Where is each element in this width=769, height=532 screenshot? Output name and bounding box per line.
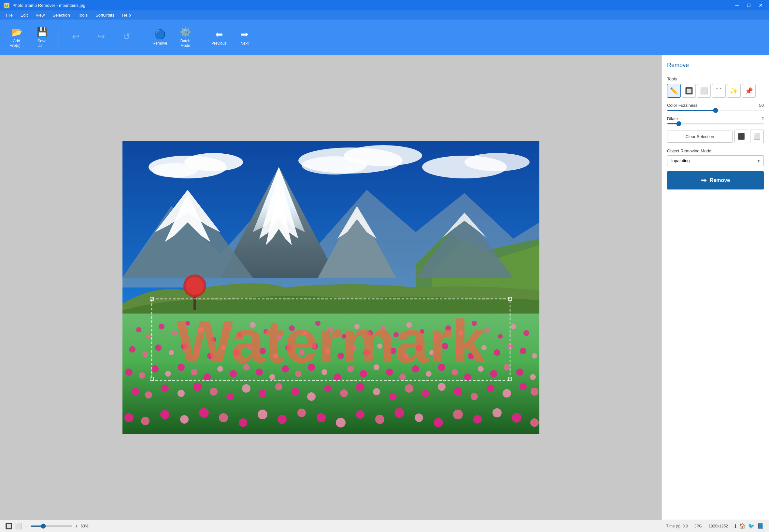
zoom-minus-icon[interactable]: − bbox=[25, 523, 28, 529]
batch-mode-icon: ⚙️ bbox=[180, 27, 191, 37]
menu-help[interactable]: Help bbox=[119, 11, 134, 19]
svg-point-134 bbox=[324, 385, 331, 392]
landscape-image: Watermark bbox=[122, 69, 539, 506]
menu-bar: File Edit View Selection Tools SoftOrbit… bbox=[0, 10, 769, 20]
facebook-icon[interactable]: 📘 bbox=[757, 523, 764, 529]
svg-point-141 bbox=[438, 383, 446, 391]
magic-wand-tool-button[interactable]: ✨ bbox=[727, 84, 741, 98]
save-as-icon: 💾 bbox=[36, 27, 48, 37]
svg-point-26 bbox=[159, 324, 164, 329]
home-icon[interactable]: 🏠 bbox=[739, 523, 746, 529]
batch-mode-button[interactable]: ⚙️ BatchMode bbox=[174, 23, 197, 52]
svg-point-142 bbox=[454, 387, 462, 396]
info-icon[interactable]: ℹ bbox=[734, 523, 736, 529]
undo-button[interactable]: ↩ bbox=[64, 23, 87, 52]
svg-point-129 bbox=[242, 384, 250, 393]
svg-point-53 bbox=[511, 324, 516, 329]
reset-icon: ↺ bbox=[123, 31, 130, 42]
tools-row: ✏️ 🔲 ⬜ ⌒ ✨ 📌 bbox=[667, 84, 764, 98]
svg-point-140 bbox=[422, 390, 429, 397]
svg-point-146 bbox=[520, 383, 527, 390]
svg-point-136 bbox=[356, 383, 364, 391]
minimize-button[interactable]: ─ bbox=[732, 0, 742, 10]
svg-point-83 bbox=[494, 349, 500, 356]
svg-point-151 bbox=[180, 415, 189, 424]
svg-point-85 bbox=[520, 348, 526, 354]
svg-point-90 bbox=[165, 371, 171, 377]
menu-edit[interactable]: Edit bbox=[17, 11, 31, 19]
menu-view[interactable]: View bbox=[32, 11, 48, 19]
svg-point-25 bbox=[146, 334, 151, 339]
dilate-slider[interactable] bbox=[667, 123, 764, 124]
svg-point-126 bbox=[193, 383, 202, 391]
svg-point-147 bbox=[531, 388, 538, 396]
svg-point-86 bbox=[532, 353, 537, 358]
canvas-area[interactable]: Watermark bbox=[0, 55, 662, 520]
invert-selection-button[interactable]: ⬜ bbox=[750, 130, 764, 143]
svg-point-52 bbox=[498, 334, 503, 339]
zoom-fit-button[interactable]: 🔲 bbox=[5, 523, 12, 530]
remove-btn-label: Remove bbox=[710, 177, 730, 183]
svg-point-150 bbox=[160, 410, 169, 419]
svg-point-165 bbox=[453, 410, 463, 419]
zoom-plus-icon[interactable]: + bbox=[75, 523, 78, 529]
select-all-button[interactable]: ⬛ bbox=[734, 130, 748, 143]
svg-point-121 bbox=[186, 277, 204, 295]
mode-select[interactable]: Inpainting Clone Fill bbox=[667, 155, 764, 166]
close-button[interactable]: ✕ bbox=[755, 0, 766, 10]
svg-point-168 bbox=[512, 413, 522, 423]
smart-brush-tool-button[interactable]: 🔲 bbox=[682, 84, 696, 98]
svg-point-128 bbox=[226, 393, 233, 400]
zoom-slider[interactable] bbox=[30, 525, 72, 527]
redo-button[interactable]: ↪ bbox=[90, 23, 112, 52]
previous-button[interactable]: ⬅ Previous bbox=[207, 23, 231, 52]
svg-point-155 bbox=[258, 410, 267, 419]
svg-point-131 bbox=[275, 383, 282, 390]
menu-tools[interactable]: Tools bbox=[75, 11, 91, 19]
status-bar: 🔲 ⬜ − + 63% Time (s): 0.0 JPG 1920x1252 … bbox=[0, 520, 769, 532]
menu-file[interactable]: File bbox=[3, 11, 16, 19]
save-as-button[interactable]: 💾 Saveas... bbox=[31, 23, 53, 52]
svg-point-87 bbox=[125, 369, 133, 376]
twitter-icon[interactable]: 🐦 bbox=[748, 523, 755, 529]
svg-point-153 bbox=[219, 413, 228, 422]
action-row: Clear Selection ⬛ ⬜ bbox=[667, 130, 764, 143]
remove-button[interactable]: ➡ Remove bbox=[667, 171, 764, 189]
svg-point-130 bbox=[259, 389, 266, 397]
pin-tool-button[interactable]: 📌 bbox=[742, 84, 756, 98]
svg-point-88 bbox=[139, 372, 145, 379]
add-files-label: AddFile(s)... bbox=[9, 39, 23, 48]
color-fuzziness-slider[interactable] bbox=[667, 110, 764, 111]
previous-icon: ⬅ bbox=[215, 29, 223, 40]
next-button[interactable]: ➡ Next bbox=[233, 23, 256, 52]
social-icons: ℹ 🏠 🐦 📘 bbox=[734, 523, 764, 529]
reset-button[interactable]: ↺ bbox=[115, 23, 138, 52]
lasso-tool-button[interactable]: ⌒ bbox=[712, 84, 726, 98]
svg-point-124 bbox=[161, 385, 169, 392]
add-files-button[interactable]: 📂 AddFile(s)... bbox=[5, 23, 28, 52]
maximize-button[interactable]: □ bbox=[744, 0, 754, 10]
brush-tool-button[interactable]: ✏️ bbox=[667, 84, 681, 98]
svg-point-143 bbox=[471, 393, 478, 400]
clear-selection-button[interactable]: Clear Selection bbox=[667, 131, 733, 143]
zoom-actual-button[interactable]: ⬜ bbox=[15, 523, 22, 530]
zoom-controls: 🔲 ⬜ − + 63% bbox=[5, 523, 89, 530]
rect-select-tool-button[interactable]: ⬜ bbox=[697, 84, 711, 98]
svg-point-116 bbox=[504, 364, 510, 371]
image-container: Watermark bbox=[122, 69, 539, 506]
svg-point-132 bbox=[291, 388, 299, 396]
svg-point-125 bbox=[177, 390, 185, 397]
dimensions-label: 1920x1252 bbox=[709, 524, 728, 528]
svg-point-162 bbox=[395, 408, 404, 418]
svg-point-156 bbox=[277, 415, 287, 424]
color-fuzziness-section: Color Fuzziness 50 bbox=[667, 103, 764, 111]
svg-point-118 bbox=[530, 374, 536, 380]
color-fuzziness-label: Color Fuzziness bbox=[667, 103, 697, 108]
menu-softorbits[interactable]: SoftOrbits bbox=[92, 11, 118, 19]
toolbar: 📂 AddFile(s)... 💾 Saveas... ↩ ↪ ↺ 🔵 Remo… bbox=[0, 20, 769, 55]
svg-point-122 bbox=[132, 388, 139, 396]
svg-point-161 bbox=[375, 415, 384, 424]
remove-button-toolbar[interactable]: 🔵 Remove bbox=[148, 23, 171, 52]
menu-selection[interactable]: Selection bbox=[49, 11, 73, 19]
svg-point-137 bbox=[373, 388, 380, 395]
